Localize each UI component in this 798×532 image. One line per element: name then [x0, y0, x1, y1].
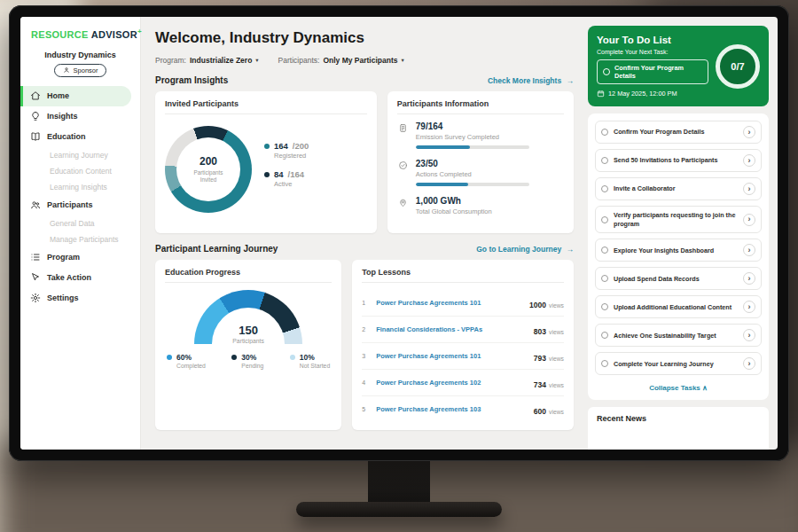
collapse-tasks-link[interactable]: Collapse Tasks ∧: [595, 380, 762, 398]
chevron-right-icon[interactable]: ›: [743, 301, 755, 313]
todo-tasks-card: Confirm Your Program Details › Send 50 I…: [588, 113, 769, 400]
legend-item-not-started: 10% Not Started: [290, 353, 330, 369]
org-name: Industry Dynamics: [20, 51, 140, 59]
todo-task-item[interactable]: Upload Additional Educational Content ›: [595, 295, 762, 318]
lesson-rank: 2: [362, 326, 369, 332]
lesson-views: 1000: [529, 301, 546, 309]
lesson-row[interactable]: 3 Power Purchase Agreements 101 793views: [362, 343, 564, 370]
sidebar-item-manage-participants[interactable]: Manage Participants: [20, 231, 140, 247]
link-label: Go to Learning Journey: [476, 245, 561, 254]
chevron-right-icon[interactable]: ›: [743, 126, 755, 138]
todo-task-item[interactable]: Upload Spend Data Records ›: [595, 267, 762, 290]
sidebar-item-take-action[interactable]: Take Action: [20, 268, 140, 288]
go-to-learning-journey-link[interactable]: Go to Learning Journey →: [476, 245, 574, 254]
lesson-row[interactable]: 2 Financial Considerations - VPPAs 803vi…: [362, 317, 564, 343]
program-dropdown[interactable]: Program: Industrialize Zero ▾: [155, 56, 259, 65]
task-checkbox[interactable]: [601, 185, 608, 192]
sidebar-item-learning-journey[interactable]: Learning Journey: [20, 147, 140, 163]
todo-task-item[interactable]: Send 50 Invitations to Participants ›: [595, 149, 762, 172]
task-label: Confirm Your Program Details: [614, 128, 738, 137]
book-icon: [29, 131, 41, 143]
task-checkbox[interactable]: [603, 68, 610, 75]
todo-task-item[interactable]: Verify participants requesting to join t…: [595, 206, 762, 233]
donut-legend: 164/200 Registered 84/164 Active: [264, 141, 309, 198]
todo-task-item[interactable]: Explore Your Insights Dashboard ›: [595, 239, 762, 262]
task-checkbox[interactable]: [601, 360, 608, 367]
collapse-label: Collapse Tasks: [649, 384, 700, 392]
legend-total: /200: [293, 141, 309, 151]
sidebar-item-program[interactable]: Program: [20, 247, 140, 268]
legend-dot: [231, 355, 237, 360]
logo-secondary: ADVISOR: [91, 29, 137, 40]
legend-label: Registered: [274, 152, 309, 160]
todo-task-item[interactable]: Complete Your Learning Journey ›: [595, 352, 762, 375]
sidebar-item-learning-insights[interactable]: Learning Insights: [20, 179, 140, 195]
sidebar-item-settings[interactable]: Settings: [20, 288, 140, 309]
donut-center: 200 Participants Invited: [176, 137, 240, 201]
task-checkbox[interactable]: [601, 246, 608, 254]
sidebar-item-general-data[interactable]: General Data: [20, 215, 140, 231]
lesson-row[interactable]: 4 Power Purchase Agreements 102 734views: [362, 370, 564, 396]
recent-news-header[interactable]: Recent News: [588, 407, 769, 450]
legend-label: Not Started: [300, 363, 330, 369]
logo-primary: RESOURCE: [31, 29, 89, 40]
task-checkbox[interactable]: [601, 216, 608, 223]
person-icon: [63, 66, 70, 74]
monitor-bezel: RESOURCE ADVISOR+ Industry Dynamics Spon…: [9, 5, 789, 461]
due-date-label: 12 May 2025, 12:00 PM: [608, 90, 677, 98]
chevron-right-icon[interactable]: ›: [743, 244, 755, 256]
stat-global-consumption: 1,000 GWh Total Global Consumption: [397, 196, 564, 215]
legend-value: 10%: [300, 353, 315, 362]
calendar-icon: [597, 90, 605, 98]
todo-task-item[interactable]: Achieve One Sustainability Target ›: [595, 324, 762, 347]
sidebar-item-label: Insights: [47, 112, 78, 121]
task-label: Upload Spend Data Records: [614, 275, 738, 284]
participants-dropdown[interactable]: Participants: Only My Participants ▾: [278, 56, 404, 65]
learning-journey-header: Participant Learning Journey Go to Learn…: [155, 244, 574, 254]
chevron-right-icon[interactable]: ›: [743, 183, 755, 195]
sponsor-badge-label: Sponsor: [74, 66, 98, 74]
stat-label: Emission Survey Completed: [416, 133, 529, 141]
task-checkbox[interactable]: [601, 275, 608, 282]
page-title: Welcome, Industry Dynamics: [155, 29, 574, 47]
lesson-row[interactable]: 5 Power Purchase Agreements 103 600views: [362, 396, 564, 422]
task-checkbox[interactable]: [601, 303, 608, 310]
next-task-row[interactable]: Confirm Your Program Details: [597, 59, 708, 84]
lesson-link[interactable]: Financial Considerations - VPPAs: [376, 325, 527, 333]
lesson-link[interactable]: Power Purchase Agreements 101: [376, 352, 527, 360]
due-date-row: 12 May 2025, 12:00 PM: [597, 90, 708, 98]
todo-title: Your To Do List: [597, 35, 708, 45]
sidebar-nav: Home Insights Education Learning Journey…: [20, 86, 140, 309]
chevron-right-icon[interactable]: ›: [743, 272, 755, 285]
sidebar-item-participants[interactable]: Participants: [20, 195, 140, 215]
sidebar-item-home[interactable]: Home: [20, 86, 131, 106]
task-checkbox[interactable]: [601, 129, 608, 136]
chevron-right-icon[interactable]: ›: [743, 357, 755, 370]
program-label: Program:: [155, 56, 186, 65]
todo-task-item[interactable]: Confirm Your Program Details ›: [595, 121, 762, 144]
participants-value: Only My Participants: [323, 56, 397, 65]
chevron-right-icon[interactable]: ›: [743, 329, 755, 341]
check-more-insights-link[interactable]: Check More Insights →: [488, 76, 574, 85]
sidebar-item-education-content[interactable]: Education Content: [20, 163, 140, 179]
card-title: Education Progress: [165, 268, 332, 283]
lesson-link[interactable]: Power Purchase Agreements 102: [376, 379, 527, 387]
task-checkbox[interactable]: [601, 332, 608, 339]
lesson-link[interactable]: Power Purchase Agreements 103: [376, 405, 527, 413]
sidebar-item-insights[interactable]: Insights: [20, 106, 140, 127]
lesson-rank: 4: [362, 379, 369, 386]
learning-cards: Education Progress 150 Participants 60% …: [155, 260, 574, 430]
sidebar-item-education[interactable]: Education: [20, 127, 140, 147]
participants-label: Participants:: [278, 56, 320, 65]
lesson-row[interactable]: 1 Power Purchase Agreements 101 1000view…: [362, 290, 564, 317]
legend-label: Completed: [176, 363, 206, 369]
task-checkbox[interactable]: [601, 157, 608, 164]
sidebar-item-label: Education Content: [50, 167, 112, 176]
chevron-right-icon[interactable]: ›: [743, 154, 755, 167]
lesson-link[interactable]: Power Purchase Agreements 101: [376, 299, 522, 307]
sidebar-item-label: Home: [47, 91, 69, 100]
card-title: Participants Information: [397, 99, 564, 114]
stat-value: 23/50: [416, 159, 529, 168]
chevron-right-icon[interactable]: ›: [743, 214, 755, 226]
todo-task-item[interactable]: Invite a Collaborator ›: [595, 177, 762, 200]
